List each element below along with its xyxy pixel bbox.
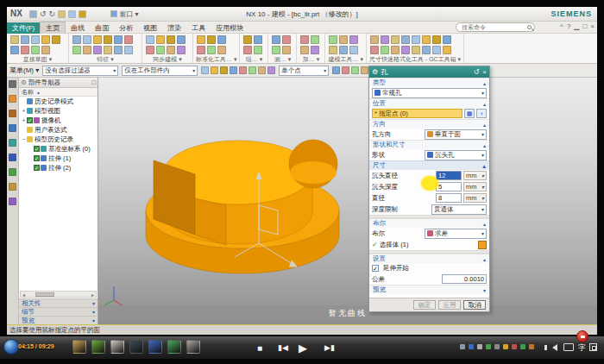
taskbar-app-icon[interactable] bbox=[167, 340, 181, 354]
ribbon-icon[interactable] bbox=[207, 35, 216, 44]
screen-mode-icon[interactable] bbox=[563, 343, 574, 351]
ribbon-icon[interactable] bbox=[401, 46, 410, 54]
toolbar-icon[interactable] bbox=[220, 66, 228, 74]
resource-bar-icon[interactable] bbox=[9, 124, 16, 132]
ribbon-icon[interactable] bbox=[104, 35, 112, 44]
expand-icon[interactable]: + bbox=[21, 117, 27, 123]
cancel-button[interactable]: 取消 bbox=[463, 300, 486, 310]
tree-item[interactable]: −模型历史记录 bbox=[19, 135, 98, 144]
selection-filter-select[interactable]: 没有选择过滤器▾ bbox=[42, 66, 118, 76]
toolbar-icon[interactable] bbox=[342, 66, 349, 74]
ribbon-group-label[interactable]: 同步建模 ▾ bbox=[145, 55, 190, 63]
close-icon[interactable]: × bbox=[590, 22, 595, 30]
ribbon-icon[interactable] bbox=[243, 35, 252, 44]
taskbar-app-icon[interactable] bbox=[129, 340, 143, 354]
ribbon-icon[interactable] bbox=[443, 35, 451, 44]
scroll-thumb[interactable] bbox=[35, 292, 54, 297]
ribbon-icon[interactable] bbox=[243, 46, 252, 54]
ribbon-icon[interactable] bbox=[349, 46, 358, 54]
ribbon-icon[interactable] bbox=[177, 46, 186, 54]
ribbon-icon[interactable] bbox=[329, 35, 337, 44]
ribbon-group-label[interactable]: 组… ▾ bbox=[242, 55, 265, 63]
graphics-viewport[interactable]: 暂无曲线 bbox=[98, 78, 597, 324]
toolbar-icon[interactable] bbox=[361, 66, 368, 74]
play-button[interactable]: ▶ bbox=[299, 336, 307, 359]
ribbon-options-icon[interactable]: ^ bbox=[560, 22, 563, 30]
window-menu[interactable]: 窗口 ▾ bbox=[110, 9, 138, 19]
ribbon-icon[interactable] bbox=[52, 35, 60, 44]
taskbar-app-icon[interactable] bbox=[148, 340, 162, 354]
depth-limit-select[interactable]: 贯通体▾ bbox=[431, 204, 487, 215]
toolbar-icon[interactable] bbox=[211, 66, 218, 74]
boolean-select[interactable]: 求差▾ bbox=[425, 229, 487, 239]
subtitle-button[interactable]: 字 bbox=[578, 342, 586, 354]
section-type[interactable]: 类型▴ bbox=[369, 78, 489, 87]
ribbon-icon[interactable] bbox=[167, 35, 175, 44]
tab-surface[interactable]: 曲面 bbox=[90, 22, 114, 34]
collapsed-section-细节[interactable]: 细节▾ bbox=[19, 307, 98, 316]
stop-button[interactable]: ■ bbox=[257, 336, 262, 359]
tab-analysis[interactable]: 分析 bbox=[114, 22, 138, 34]
ribbon-icon[interactable] bbox=[156, 46, 165, 54]
extend-start-row[interactable]: ✓ 延伸开始 bbox=[369, 263, 489, 273]
ribbon-icon[interactable] bbox=[72, 35, 81, 44]
menu-button[interactable]: 菜单(M) ▾ bbox=[9, 66, 39, 75]
specify-point-field[interactable]: * 指定点 (0) bbox=[372, 109, 462, 118]
ribbon-icon[interactable] bbox=[146, 35, 154, 44]
tab-application[interactable]: 应用模块 bbox=[211, 22, 249, 34]
ribbon-icon[interactable] bbox=[300, 46, 309, 54]
ribbon-group-label[interactable]: 特征 ▾ bbox=[72, 55, 139, 63]
resource-bar-icon[interactable] bbox=[9, 139, 16, 147]
tab-curve[interactable]: 曲线 bbox=[66, 22, 90, 34]
ribbon-icon[interactable] bbox=[282, 35, 291, 44]
ribbon-icon[interactable] bbox=[197, 46, 205, 54]
ribbon-icon[interactable] bbox=[10, 35, 19, 44]
notification-badge[interactable] bbox=[576, 330, 588, 342]
taskbar-app-icon[interactable] bbox=[72, 340, 86, 354]
ribbon-icon[interactable] bbox=[282, 46, 291, 54]
resource-bar-icon[interactable] bbox=[9, 154, 16, 161]
taskbar-app-icon[interactable] bbox=[186, 340, 200, 354]
ribbon-icon[interactable] bbox=[72, 46, 81, 54]
unit-select[interactable]: mm▾ bbox=[463, 193, 487, 203]
section-settings[interactable]: 设置▴ bbox=[369, 254, 489, 263]
ribbon-icon[interactable] bbox=[422, 35, 431, 44]
resource-bar-icon[interactable] bbox=[9, 183, 16, 191]
ribbon-icon[interactable] bbox=[83, 35, 91, 44]
resource-bar-icon[interactable] bbox=[9, 110, 16, 117]
ribbon-icon[interactable] bbox=[146, 46, 154, 54]
resource-bar-icon[interactable] bbox=[9, 95, 16, 103]
section-boolean[interactable]: 布尔▴ bbox=[369, 218, 489, 228]
ribbon-icon[interactable] bbox=[197, 35, 205, 44]
tray-icon[interactable] bbox=[494, 344, 500, 349]
fullscreen-icon[interactable] bbox=[589, 343, 597, 351]
ribbon-group-label[interactable]: 标准化工具… ▾ bbox=[196, 55, 236, 63]
ribbon-icon[interactable] bbox=[124, 46, 133, 54]
shape-select[interactable]: 沉头孔▾ bbox=[425, 150, 487, 160]
tray-icon[interactable] bbox=[477, 344, 482, 349]
apply-button[interactable]: 应用 bbox=[438, 300, 461, 310]
section-preview[interactable]: 预览▾ bbox=[369, 285, 489, 294]
tray-icon[interactable] bbox=[512, 344, 517, 349]
tree-item[interactable]: +模型视图 bbox=[19, 106, 98, 116]
tray-icon[interactable] bbox=[469, 344, 474, 349]
selection-scope-select[interactable]: 仅在工作部件内▾ bbox=[122, 66, 198, 76]
navigator-column-header[interactable]: 名称 ▲ bbox=[19, 88, 98, 97]
scroll-right-icon[interactable]: ▸ bbox=[90, 292, 96, 298]
ribbon-icon[interactable] bbox=[412, 35, 420, 44]
tab-home[interactable]: 主页 bbox=[40, 22, 66, 34]
ribbon-icon[interactable] bbox=[329, 46, 337, 54]
taskbar-app-icon[interactable] bbox=[91, 340, 105, 354]
ribbon-group-label[interactable]: 加… ▾ bbox=[299, 55, 322, 63]
ribbon-icon[interactable] bbox=[443, 46, 451, 54]
expand-icon[interactable]: + bbox=[21, 108, 27, 114]
ribbon-icon[interactable] bbox=[114, 46, 123, 54]
help-icon[interactable]: ? bbox=[567, 22, 570, 30]
ribbon-icon[interactable] bbox=[93, 35, 102, 44]
dim-value-input[interactable]: 12 bbox=[436, 171, 462, 180]
tolerance-input[interactable]: 0.0010 bbox=[442, 274, 487, 284]
ribbon-icon[interactable] bbox=[412, 46, 420, 54]
command-search[interactable] bbox=[456, 22, 535, 32]
toolbar-icon[interactable] bbox=[258, 66, 266, 74]
resource-bar-icon[interactable] bbox=[9, 80, 16, 88]
